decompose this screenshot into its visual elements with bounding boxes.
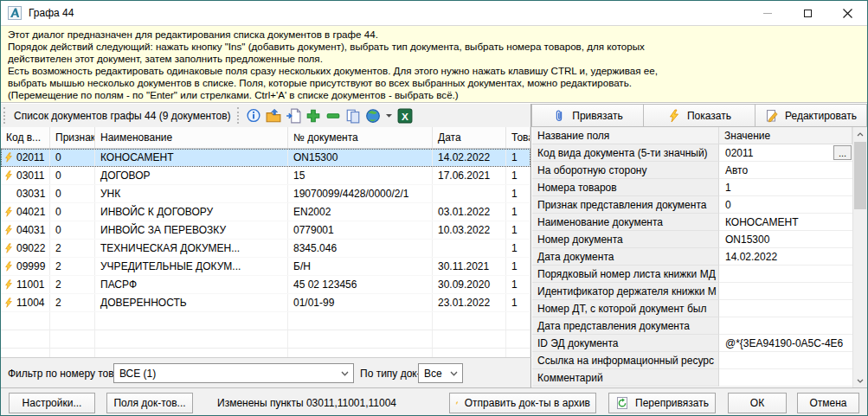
excel-export-icon[interactable]: X: [397, 108, 413, 124]
doc-col-header-goods[interactable]: Товар: [506, 127, 530, 148]
doc-col-header-attr[interactable]: Признак: [50, 127, 95, 148]
doc-table-row[interactable]: 04031 0 ИНВОЙС ЗА ПЕРЕВОЗКУ 0779001 10.0…: [1, 221, 530, 240]
doc-col-header-date[interactable]: Дата: [433, 127, 506, 148]
scrollbar-thumb[interactable]: [854, 142, 866, 209]
field-value[interactable]: КОНОСАМЕНТ: [719, 214, 852, 231]
doc-table-row[interactable]: 11004 2 ДОВЕРЕННОСТЬ 01/01-99 23.01.2022…: [1, 294, 530, 312]
chevron-up-icon: [857, 132, 864, 137]
field-row[interactable]: Номер документа ON15300: [532, 231, 852, 248]
doc-date: [433, 185, 506, 202]
show-button[interactable]: Показать: [643, 104, 755, 127]
doc-table-row[interactable]: 09022 2 ТЕХНИЧЕСКАЯ ДОКУМЕН... 8345.046 …: [1, 240, 530, 258]
doc-table-row[interactable]: 04021 0 ИНВОЙС К ДОГОВОРУ EN2002 03.01.2…: [1, 203, 530, 221]
field-value[interactable]: 14.02.2022: [719, 248, 852, 266]
edit-icon: [765, 109, 779, 123]
doc-col-header-code[interactable]: Код в...: [1, 127, 50, 148]
field-row[interactable]: Комментарий: [532, 369, 852, 387]
doc-goods: 1: [506, 221, 530, 239]
flash-icon: [455, 396, 459, 410]
field-value[interactable]: [719, 317, 852, 335]
field-row[interactable]: Номер ДТ, с которой документ был: [532, 300, 852, 317]
field-row[interactable]: Наименование документа КОНОСАМЕНТ: [532, 214, 852, 231]
fields-table-body: Код вида документа (5-ти значный) 02011 …: [532, 144, 852, 387]
field-value[interactable]: [719, 283, 852, 300]
doc-number: 15: [288, 167, 433, 184]
field-value-text: КОНОСАМЕНТ: [725, 216, 799, 228]
field-row[interactable]: Идентификатор держателя книжки М: [532, 283, 852, 300]
doc-date: 30.09.2020: [433, 276, 506, 293]
settings-button[interactable]: Настройки...: [9, 393, 95, 413]
import-folder-icon[interactable]: [266, 108, 281, 124]
maximize-button[interactable]: [788, 1, 827, 25]
show-button-label: Показать: [687, 110, 731, 122]
close-button[interactable]: [827, 1, 867, 25]
field-col-header-name[interactable]: Название поля: [532, 127, 719, 144]
ok-button[interactable]: ОК: [728, 393, 787, 413]
cancel-button[interactable]: Отмена: [797, 393, 859, 413]
add-document-icon[interactable]: [305, 108, 321, 124]
doc-table-row: [1, 330, 530, 349]
doc-col-header-name[interactable]: Наименование: [95, 127, 288, 148]
scroll-up-button[interactable]: [853, 127, 867, 141]
field-row[interactable]: Дата представления документа: [532, 317, 852, 335]
minimize-button[interactable]: [748, 1, 788, 25]
field-value[interactable]: ON15300: [719, 231, 852, 248]
doc-table-row: [1, 312, 530, 330]
doc-table-row[interactable]: 02011 0 КОНОСАМЕНТ ON15300 14.02.2022 1: [1, 149, 530, 167]
copy-document-icon[interactable]: [345, 108, 361, 124]
globe-dropdown-icon[interactable]: [385, 113, 393, 118]
toolbar-grip: [3, 107, 6, 124]
title-bar: Графа 44: [1, 1, 867, 25]
doc-fields-button[interactable]: Поля док-тов...: [106, 393, 193, 413]
field-value[interactable]: Авто: [719, 162, 852, 179]
send-to-archive-button[interactable]: Отправить док-ты в архив: [449, 393, 596, 413]
field-row[interactable]: ID ЭД документа @*{3EA94190-0A5C-4E6: [532, 335, 852, 352]
doc-table-row[interactable]: 09999 2 УЧРЕДИТЕЛЬНЫЕ ДОКУМ... Б/Н 30.11…: [1, 258, 530, 276]
field-value[interactable]: [719, 300, 852, 317]
field-value[interactable]: 1: [719, 179, 852, 196]
doc-code: 11004: [16, 297, 44, 309]
doc-table-row[interactable]: 03031 0 УНК 19070099/4428/0000/2/1 1: [1, 185, 530, 203]
attach-button[interactable]: Привязать: [531, 104, 644, 127]
type-filter-dropdown[interactable]: Все: [418, 363, 463, 383]
field-value[interactable]: [719, 352, 852, 369]
paste-document-icon[interactable]: [286, 108, 301, 124]
globe-icon[interactable]: [365, 108, 381, 124]
field-row[interactable]: Код вида документа (5-ти значный) 02011 …: [532, 144, 852, 162]
field-value-text: 14.02.2022: [725, 251, 777, 263]
doc-name: ИНВОЙС К ДОГОВОРУ: [95, 203, 288, 221]
doc-code: 04031: [16, 224, 45, 236]
field-value[interactable]: [719, 369, 852, 387]
field-value-text: @*{3EA94190-0A5C-4E6: [725, 337, 843, 349]
doc-col-header-number[interactable]: № документа: [288, 127, 433, 148]
ellipsis-button[interactable]: ...: [833, 145, 852, 160]
field-name: Дата представления документа: [532, 317, 719, 335]
field-row[interactable]: Признак представления документа 0: [532, 196, 852, 214]
flash-icon: [667, 109, 681, 123]
fields-scrollbar[interactable]: [852, 127, 867, 387]
field-row[interactable]: Ссылка на информационный ресурс: [532, 352, 852, 369]
info-icon[interactable]: [246, 108, 261, 124]
edit-button[interactable]: Редактировать: [755, 104, 867, 127]
goods-filter-dropdown[interactable]: ВСЕ (1): [113, 363, 354, 383]
instruction-line: Этот диалог предназначен для редактирова…: [8, 29, 860, 41]
doc-name: ТЕХНИЧЕСКАЯ ДОКУМЕН...: [95, 240, 288, 257]
field-row[interactable]: Дата документа 14.02.2022: [532, 248, 852, 266]
documents-table: Код в... Признак Наименование № документ…: [1, 127, 531, 357]
doc-table-row: [1, 349, 530, 357]
field-value[interactable]: 0: [719, 196, 852, 214]
doc-goods: [506, 349, 530, 357]
doc-table-row[interactable]: 11001 2 ПАСРФ 45 02 123456 30.09.2020 1: [1, 276, 530, 294]
field-value[interactable]: @*{3EA94190-0A5C-4E6: [719, 335, 852, 352]
rebind-button[interactable]: Перепривязать: [608, 393, 716, 413]
doc-table-row[interactable]: 03011 0 ДОГОВОР 15 17.06.2021 1: [1, 167, 530, 185]
remove-document-icon[interactable]: [325, 108, 341, 124]
doc-attr: 0: [50, 203, 95, 221]
field-col-header-value[interactable]: Значение: [719, 127, 852, 144]
scroll-down-button[interactable]: [853, 374, 867, 387]
field-row[interactable]: На оборотную сторону Авто: [532, 162, 852, 179]
field-value[interactable]: [719, 266, 852, 283]
field-row[interactable]: Порядковый номер листа книжки МД: [532, 266, 852, 283]
field-row[interactable]: Номера товаров 1: [532, 179, 852, 196]
field-value[interactable]: 02011 ...: [719, 144, 852, 162]
